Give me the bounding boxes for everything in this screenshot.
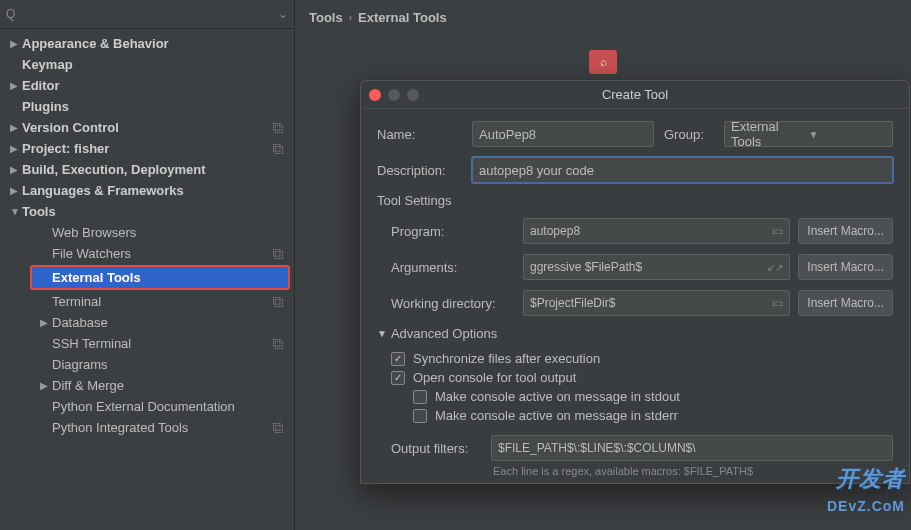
search-icon: Q xyxy=(6,7,15,21)
dialog-form: Name: Group: External Tools ▼ Descriptio… xyxy=(361,109,909,483)
sidebar-item[interactable]: SSH Terminal⿻ xyxy=(0,333,294,354)
sidebar-item[interactable]: Web Browsers xyxy=(0,222,294,243)
sidebar-item[interactable]: Python External Documentation xyxy=(0,396,294,417)
sidebar-item-label: Editor xyxy=(22,78,60,93)
chevron-icon: ▼ xyxy=(10,206,22,217)
sidebar-item[interactable]: External Tools xyxy=(30,265,290,290)
chevron-icon: ▶ xyxy=(10,185,22,196)
stderr-checkbox-row[interactable]: Make console active on message in stderr xyxy=(377,406,893,425)
expand-icon[interactable]: ↙↗ xyxy=(767,262,783,273)
breadcrumb-page: External Tools xyxy=(358,10,447,25)
chevron-right-icon: › xyxy=(349,12,352,23)
sidebar-item-label: Diff & Merge xyxy=(52,378,124,393)
sidebar-item-label: Web Browsers xyxy=(52,225,136,240)
sidebar-section[interactable]: ▶Appearance & Behavior xyxy=(0,33,294,54)
sidebar-item-label: Database xyxy=(52,315,108,330)
sidebar-item[interactable]: ▶Diff & Merge xyxy=(0,375,294,396)
chevron-icon: ▶ xyxy=(10,122,22,133)
create-tool-dialog: Create Tool Name: Group: External Tools … xyxy=(360,80,910,484)
sidebar-item[interactable]: Terminal⿻ xyxy=(0,291,294,312)
search-clear-icon[interactable]: ⌄ xyxy=(278,7,288,21)
chevron-icon: ▶ xyxy=(10,143,22,154)
sidebar-item[interactable]: File Watchers⿻ xyxy=(0,243,294,264)
insert-macro-button-args[interactable]: Insert Macro... xyxy=(798,254,893,280)
watermark-text: 开发者 xyxy=(836,464,905,494)
sidebar-section[interactable]: Keymap xyxy=(0,54,294,75)
folder-icon[interactable]: ▭ xyxy=(772,224,783,238)
sidebar-item-label: Tools xyxy=(22,204,56,219)
project-scope-icon: ⿻ xyxy=(273,143,284,155)
sidebar-item-label: Project: fisher xyxy=(22,141,109,156)
sidebar-section[interactable]: ▼Tools xyxy=(0,201,294,222)
chevron-down-icon: ▼ xyxy=(809,129,887,140)
settings-tree: ▶Appearance & BehaviorKeymap▶EditorPlugi… xyxy=(0,29,294,530)
sidebar-section[interactable]: ▶Version Control⿻ xyxy=(0,117,294,138)
project-scope-icon: ⿻ xyxy=(273,422,284,434)
breadcrumb-root[interactable]: Tools xyxy=(309,10,343,25)
sidebar-section[interactable]: Plugins xyxy=(0,96,294,117)
insert-macro-button-program[interactable]: Insert Macro... xyxy=(798,218,893,244)
sidebar-item-label: Python External Documentation xyxy=(52,399,235,414)
sidebar-section[interactable]: ▶Build, Execution, Deployment xyxy=(0,159,294,180)
sync-files-checkbox-row[interactable]: Synchronize files after execution xyxy=(377,349,893,368)
output-filters-hint: Each line is a regex, available macros: … xyxy=(377,465,893,477)
sidebar-item-label: Languages & Frameworks xyxy=(22,183,184,198)
sidebar-item-label: Version Control xyxy=(22,120,119,135)
sidebar-item[interactable]: Python Integrated Tools⿻ xyxy=(0,417,294,438)
search-input[interactable] xyxy=(19,4,274,24)
main-panel: Tools › External Tools ⌕ Create Tool Nam… xyxy=(295,0,911,530)
folder-icon[interactable]: ▭ xyxy=(772,296,783,310)
description-field[interactable] xyxy=(472,157,893,183)
name-label: Name: xyxy=(377,127,462,142)
name-field[interactable] xyxy=(472,121,654,147)
checkbox-checked-icon[interactable] xyxy=(391,352,405,366)
chevron-down-icon: ▼ xyxy=(377,328,387,339)
output-filters-field[interactable]: $FILE_PATH$\:$LINE$\:$COLUMN$\ xyxy=(491,435,893,461)
sidebar-item-label: Terminal xyxy=(52,294,101,309)
sidebar-item[interactable]: ▶Database xyxy=(0,312,294,333)
sidebar-item-label: External Tools xyxy=(52,270,141,285)
dialog-titlebar[interactable]: Create Tool xyxy=(361,81,909,109)
arguments-label: Arguments: xyxy=(391,260,515,275)
sidebar-item-label: Plugins xyxy=(22,99,69,114)
program-field[interactable]: autopep8 ▭ xyxy=(523,218,790,244)
description-label: Description: xyxy=(377,163,462,178)
chevron-icon: ▶ xyxy=(10,80,22,91)
sidebar-section[interactable]: ▶Project: fisher⿻ xyxy=(0,138,294,159)
notification-badge[interactable]: ⌕ xyxy=(589,50,617,74)
watermark-url: DEvZ.CoM xyxy=(827,498,905,514)
breadcrumb: Tools › External Tools xyxy=(295,0,911,35)
group-label: Group: xyxy=(664,127,714,142)
output-filters-label: Output filters: xyxy=(391,441,483,456)
project-scope-icon: ⿻ xyxy=(273,122,284,134)
group-select[interactable]: External Tools ▼ xyxy=(724,121,893,147)
program-label: Program: xyxy=(391,224,515,239)
sidebar-item-label: SSH Terminal xyxy=(52,336,131,351)
checkbox-icon[interactable] xyxy=(413,390,427,404)
stdout-checkbox-row[interactable]: Make console active on message in stdout xyxy=(377,387,893,406)
sidebar-item-label: Diagrams xyxy=(52,357,108,372)
chevron-icon: ▶ xyxy=(10,164,22,175)
advanced-options-toggle[interactable]: ▼ Advanced Options xyxy=(377,326,893,341)
project-scope-icon: ⿻ xyxy=(273,338,284,350)
sidebar-item-label: Appearance & Behavior xyxy=(22,36,169,51)
sidebar-item-label: Python Integrated Tools xyxy=(52,420,188,435)
checkbox-icon[interactable] xyxy=(413,409,427,423)
sidebar-item-label: File Watchers xyxy=(52,246,131,261)
sidebar-item-label: Keymap xyxy=(22,57,73,72)
chevron-icon: ▶ xyxy=(10,38,22,49)
sidebar-section[interactable]: ▶Editor xyxy=(0,75,294,96)
tool-settings-label: Tool Settings xyxy=(377,193,893,208)
insert-macro-button-wd[interactable]: Insert Macro... xyxy=(798,290,893,316)
sidebar-item[interactable]: Diagrams xyxy=(0,354,294,375)
dialog-title: Create Tool xyxy=(361,87,909,102)
chevron-icon: ▶ xyxy=(40,317,52,328)
group-value: External Tools xyxy=(731,119,809,149)
checkbox-checked-icon[interactable] xyxy=(391,371,405,385)
project-scope-icon: ⿻ xyxy=(273,296,284,308)
arguments-field[interactable]: ggressive $FilePath$ ↙↗ xyxy=(523,254,790,280)
working-dir-label: Working directory: xyxy=(391,296,515,311)
open-console-checkbox-row[interactable]: Open console for tool output xyxy=(377,368,893,387)
sidebar-section[interactable]: ▶Languages & Frameworks xyxy=(0,180,294,201)
working-dir-field[interactable]: $ProjectFileDir$ ▭ xyxy=(523,290,790,316)
